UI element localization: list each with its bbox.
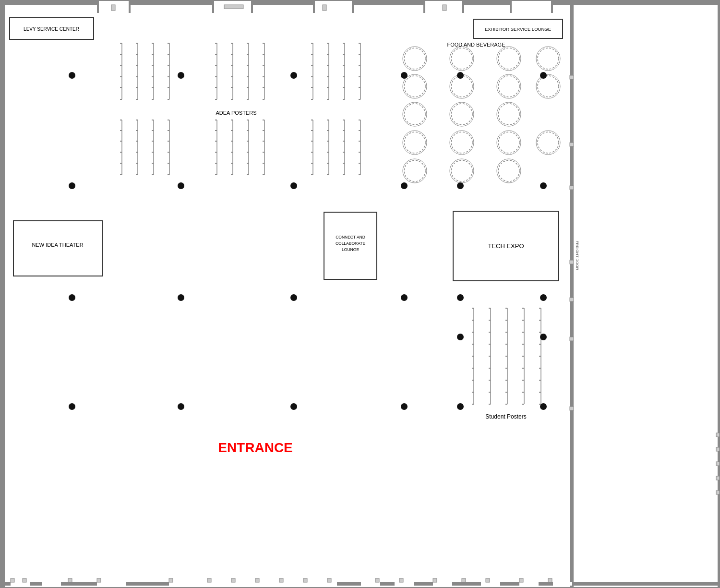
svg-rect-15 [352, 1, 354, 13]
svg-rect-35 [551, 1, 553, 13]
svg-rect-340 [255, 578, 259, 582]
svg-rect-330 [716, 462, 720, 466]
svg-point-262 [450, 47, 474, 71]
svg-point-292 [450, 159, 474, 183]
svg-point-301 [69, 182, 75, 189]
svg-point-267 [404, 76, 425, 97]
svg-rect-34 [510, 1, 512, 13]
svg-point-300 [540, 72, 547, 79]
svg-point-311 [457, 294, 464, 301]
svg-point-284 [450, 131, 474, 155]
svg-rect-26 [481, 582, 500, 586]
svg-rect-31 [323, 5, 326, 11]
svg-point-320 [540, 403, 547, 410]
svg-rect-17 [423, 1, 425, 13]
svg-rect-3 [570, 1, 574, 588]
svg-point-275 [404, 104, 425, 125]
svg-point-294 [497, 159, 521, 183]
svg-point-308 [178, 294, 184, 301]
svg-point-303 [290, 182, 297, 189]
svg-point-299 [457, 72, 464, 79]
svg-point-304 [401, 182, 408, 189]
svg-rect-14 [313, 1, 315, 13]
svg-point-312 [540, 294, 547, 301]
svg-point-305 [457, 182, 464, 189]
svg-rect-342 [303, 578, 307, 582]
svg-point-280 [497, 102, 521, 126]
svg-rect-16 [423, 1, 464, 5]
svg-point-272 [497, 74, 521, 98]
svg-rect-338 [207, 578, 211, 582]
svg-rect-328 [716, 433, 720, 437]
svg-point-263 [498, 48, 519, 69]
svg-point-291 [451, 160, 472, 181]
svg-rect-22 [97, 582, 126, 586]
svg-rect-28 [553, 582, 572, 586]
svg-point-260 [403, 47, 427, 71]
svg-rect-323 [570, 186, 574, 190]
svg-rect-332 [716, 491, 720, 494]
svg-rect-19 [169, 582, 337, 586]
svg-rect-329 [716, 447, 720, 451]
svg-point-286 [497, 131, 521, 155]
svg-point-314 [540, 334, 547, 340]
svg-rect-327 [570, 407, 574, 410]
svg-point-287 [538, 132, 559, 153]
svg-point-316 [178, 403, 184, 410]
svg-rect-345 [399, 578, 403, 582]
svg-rect-343 [327, 578, 331, 582]
svg-rect-5 [574, 582, 720, 586]
svg-point-319 [457, 403, 464, 410]
svg-text:ENTRANCE: ENTRANCE [218, 440, 293, 455]
svg-rect-6 [718, 1, 720, 588]
svg-rect-324 [570, 260, 574, 264]
svg-rect-2 [1, 1, 5, 588]
svg-point-298 [401, 72, 408, 79]
svg-point-283 [451, 132, 472, 153]
svg-point-307 [69, 294, 75, 301]
svg-rect-325 [570, 298, 574, 301]
svg-point-315 [69, 403, 75, 410]
svg-rect-21 [42, 582, 61, 586]
svg-point-296 [178, 72, 184, 79]
svg-point-288 [536, 131, 560, 155]
svg-point-264 [497, 47, 521, 71]
svg-point-281 [404, 132, 425, 153]
svg-point-261 [451, 48, 472, 69]
svg-rect-7 [97, 1, 131, 5]
svg-text:EXHIBITOR SERVICE LOUNGE: EXHIBITOR SERVICE LOUNGE [485, 26, 551, 32]
svg-rect-321 [570, 75, 574, 79]
svg-rect-8 [97, 1, 99, 13]
svg-rect-18 [462, 1, 464, 13]
svg-point-295 [69, 72, 75, 79]
svg-point-313 [457, 334, 464, 340]
svg-point-310 [401, 294, 408, 301]
svg-point-273 [538, 76, 559, 97]
floor-plan: LEVY SERVICE CENTER EXHIBITOR SERVICE LO… [0, 0, 720, 588]
svg-rect-350 [548, 578, 552, 582]
svg-text:FOOD AND BEVERAGE: FOOD AND BEVERAGE [447, 42, 505, 48]
svg-rect-4 [574, 1, 720, 5]
svg-point-265 [538, 48, 559, 69]
svg-rect-33 [510, 1, 553, 5]
svg-text:LEVY SERVICE CENTER: LEVY SERVICE CENTER [24, 26, 79, 32]
svg-point-268 [403, 74, 427, 98]
svg-point-271 [498, 76, 519, 97]
svg-text:TECH EXPO: TECH EXPO [488, 242, 524, 250]
svg-rect-346 [433, 578, 437, 582]
svg-point-259 [404, 48, 425, 69]
svg-rect-347 [462, 578, 466, 582]
svg-rect-10 [212, 1, 253, 5]
svg-text:CONNECT AND: CONNECT AND [336, 235, 365, 240]
svg-text:NEW IDEA THEATER: NEW IDEA THEATER [32, 242, 83, 248]
svg-rect-11 [212, 1, 214, 13]
svg-rect-331 [716, 476, 720, 480]
svg-point-278 [450, 102, 474, 126]
svg-point-290 [403, 159, 427, 183]
svg-point-289 [404, 160, 425, 181]
svg-rect-339 [231, 578, 235, 582]
svg-point-317 [290, 403, 297, 410]
svg-rect-334 [23, 578, 26, 582]
svg-text:COLLABORATE: COLLABORATE [336, 241, 366, 246]
svg-rect-349 [519, 578, 523, 582]
